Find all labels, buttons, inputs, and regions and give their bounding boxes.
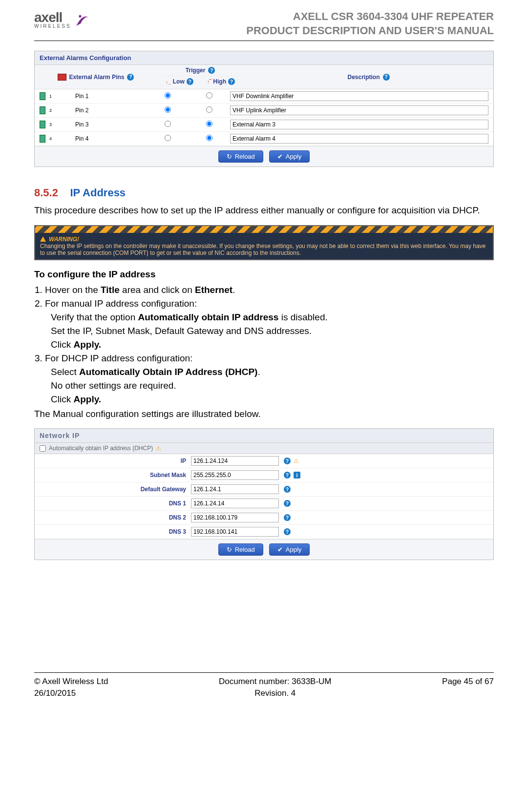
page: axell WIRELESS AXELL CSR 3604-3304 UHF R… xyxy=(0,0,528,709)
field-label: Default Gateway xyxy=(40,486,191,493)
description-input[interactable] xyxy=(230,91,488,101)
page-footer: © Axell Wireless Ltd 26/10/2015 Document… xyxy=(34,672,494,699)
apply-label: Apply xyxy=(286,546,302,553)
footer-right: Page 45 of 67 xyxy=(442,676,494,699)
alarms-panel-title: External Alarms Configuration xyxy=(35,51,493,65)
row-icons: ? xyxy=(279,528,291,535)
pin-name: Pin 2 xyxy=(75,107,88,114)
trigger-low-radio[interactable] xyxy=(165,92,171,99)
alarm-rows: 1Pin 12Pin 23Pin 34Pin 4 xyxy=(35,89,493,146)
doc-title: AXELL CSR 3604-3304 UHF REPEATER PRODUCT… xyxy=(246,10,494,38)
network-ip-panel: Network IP Automatically obtain IP addre… xyxy=(34,428,494,560)
help-icon[interactable]: ? xyxy=(187,78,193,85)
col-high-label: High xyxy=(213,78,226,85)
reload-icon: ↻ xyxy=(227,153,232,160)
col-desc: Description? xyxy=(244,65,493,89)
network-row: DNS 1? xyxy=(35,497,493,511)
trigger-subheader: ↓_Low? ↑‾High? xyxy=(159,76,242,87)
help-icon[interactable]: ? xyxy=(127,74,134,81)
warning-body: WARNING! Changing the IP settings on the… xyxy=(35,233,493,259)
help-icon[interactable]: ? xyxy=(284,500,291,507)
logo-text-block: axell WIRELESS xyxy=(34,10,71,29)
reload-button[interactable]: ↻Reload xyxy=(218,150,263,163)
dhcp-row: Automatically obtain IP address (DHCP) ⚠ xyxy=(35,443,493,454)
ip-input[interactable] xyxy=(191,484,279,494)
ip-input[interactable] xyxy=(191,513,279,522)
field-label: IP xyxy=(40,458,191,464)
brand-sub: WIRELESS xyxy=(34,23,71,29)
trigger-high-radio[interactable] xyxy=(206,121,212,127)
col-high: ↑‾High? xyxy=(200,76,242,87)
step-3c: Click Apply. xyxy=(51,394,494,405)
info-icon[interactable]: i xyxy=(294,472,300,479)
network-button-row: ↻Reload ✔Apply xyxy=(35,539,493,560)
step-1: Hover on the Title area and click on Eth… xyxy=(45,285,494,295)
pin-name: Pin 3 xyxy=(75,121,88,128)
step-3a: Select Automatically Obtain IP Address (… xyxy=(51,367,494,377)
apply-button[interactable]: ✔Apply xyxy=(269,543,310,556)
page-header: axell WIRELESS AXELL CSR 3604-3304 UHF R… xyxy=(34,10,494,41)
help-icon[interactable]: ? xyxy=(284,472,291,479)
row-icons: ? xyxy=(279,500,291,507)
steps-tail: The Manual configuration settings are il… xyxy=(34,408,494,421)
reload-button[interactable]: ↻Reload xyxy=(218,543,263,556)
dhcp-checkbox[interactable] xyxy=(40,445,46,452)
section-heading: 8.5.2 IP Address xyxy=(34,187,494,199)
help-icon[interactable]: ? xyxy=(284,458,291,464)
doc-number: Document number: 3633B-UM xyxy=(219,676,332,687)
col-trigger: Trigger? ↓_Low? ↑‾High? xyxy=(157,65,244,89)
description-input[interactable] xyxy=(230,105,488,115)
svg-point-0 xyxy=(79,15,81,17)
page-number: Page 45 of 67 xyxy=(442,676,494,687)
trigger-high-radio[interactable] xyxy=(206,92,212,99)
pin-name: Pin 1 xyxy=(75,93,88,100)
field-label: DNS 1 xyxy=(40,500,191,507)
col-trigger-label: Trigger xyxy=(186,67,206,74)
reload-label: Reload xyxy=(235,153,255,160)
pin-chip-icon xyxy=(40,135,45,143)
trigger-low-radio[interactable] xyxy=(165,121,171,127)
revision: Revision. 4 xyxy=(219,687,332,699)
step-2b: Set the IP, Subnet Mask, Default Gateway… xyxy=(51,326,494,336)
description-input[interactable] xyxy=(230,134,488,144)
trigger-low-radio[interactable] xyxy=(165,135,171,141)
pin-number: 4 xyxy=(49,136,52,141)
help-icon[interactable]: ? xyxy=(208,67,215,74)
help-icon[interactable]: ? xyxy=(383,74,390,81)
network-row: DNS 2? xyxy=(35,511,493,525)
ip-input[interactable] xyxy=(191,470,279,480)
network-row: IP? ⚠ xyxy=(35,454,493,468)
network-panel-title: Network IP xyxy=(35,429,493,443)
trigger-low-radio[interactable] xyxy=(165,106,171,113)
step-2: For manual IP address configuration: xyxy=(45,298,494,309)
apply-button[interactable]: ✔Apply xyxy=(269,150,310,163)
row-icons: ? i xyxy=(279,472,300,479)
warning-title: WARNING! xyxy=(49,236,79,243)
check-icon: ✔ xyxy=(277,546,283,553)
alarm-row: 2Pin 2 xyxy=(35,104,493,118)
help-icon[interactable]: ? xyxy=(228,78,235,85)
col-pins-label: External Alarm Pins xyxy=(69,74,125,81)
col-pins: External Alarm Pins ? xyxy=(35,65,157,89)
row-icons: ? ⚠ xyxy=(279,458,299,464)
help-icon[interactable]: ? xyxy=(284,514,291,521)
step-2a: Verify that the option Automatically obt… xyxy=(51,312,494,323)
help-icon[interactable]: ? xyxy=(284,486,291,493)
trigger-high-radio[interactable] xyxy=(206,135,212,141)
col-desc-label: Description xyxy=(347,74,380,81)
help-icon[interactable]: ? xyxy=(284,528,291,535)
alarms-header-row: External Alarm Pins ? Trigger? ↓_Low? ↑‾… xyxy=(35,65,493,89)
reload-icon: ↻ xyxy=(227,546,232,553)
steps-list: Hover on the Title area and click on Eth… xyxy=(45,285,494,309)
ip-input[interactable] xyxy=(191,456,279,466)
doc-title-line2: PRODUCT DESCRIPTION AND USER'S MANUAL xyxy=(246,24,494,38)
pin-number: 1 xyxy=(49,94,52,99)
footer-center: Document number: 3633B-UM Revision. 4 xyxy=(219,676,332,699)
description-input[interactable] xyxy=(230,120,488,129)
footer-left: © Axell Wireless Ltd 26/10/2015 xyxy=(34,676,108,699)
ip-input[interactable] xyxy=(191,527,279,537)
ip-input[interactable] xyxy=(191,499,279,508)
trigger-high-radio[interactable] xyxy=(206,106,212,113)
network-row: Subnet Mask? i xyxy=(35,468,493,482)
row-icons: ? xyxy=(279,514,291,521)
